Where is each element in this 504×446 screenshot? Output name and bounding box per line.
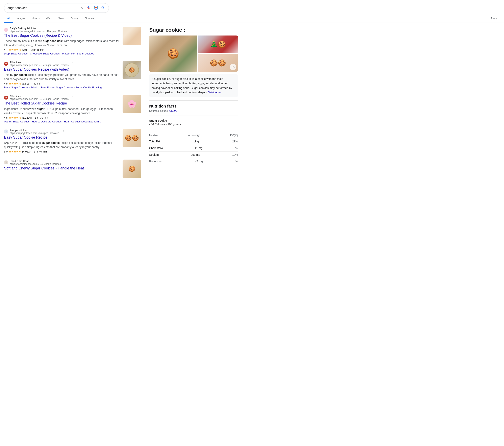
- result-content-4: P Preppy Kitchen https://preppykitchen.c…: [4, 129, 119, 154]
- result-link[interactable]: Basic Sugar Cookies - Tried...: [4, 86, 39, 89]
- nutrition-item-name: Sugar cookie: [149, 119, 238, 122]
- result-snippet-4: Sep 7, 2023 — This is the best sugar coo…: [4, 141, 119, 149]
- favicon-4: P: [4, 130, 8, 133]
- result-link[interactable]: Blue Ribbon Sugar Cookies: [41, 86, 73, 89]
- kp-image-top[interactable]: 🎄🍪: [198, 36, 238, 53]
- nutrition-row: Sodium 291 mg 12%: [149, 151, 238, 158]
- result-source-4: P Preppy Kitchen https://preppykitchen.c…: [4, 129, 119, 134]
- expand-images-button[interactable]: [230, 64, 236, 70]
- result-title-1[interactable]: The Best Sugar Cookies (Recipe & Video): [4, 34, 72, 37]
- usda-link[interactable]: USDA: [169, 109, 177, 112]
- knowledge-panel: Sugar cookie : 🍪 🎄🍪 🍪🍪 A sugar cookie, o…: [149, 27, 238, 184]
- search-input[interactable]: [7, 6, 78, 10]
- result-item: P Preppy Kitchen https://preppykitchen.c…: [4, 129, 141, 154]
- result-image-3: 🌸: [123, 95, 141, 113]
- result-image-2: 🍪: [123, 61, 141, 79]
- favicon-3: ar: [4, 96, 8, 100]
- search-icons: [80, 5, 106, 11]
- result-title-4[interactable]: Easy Sugar Cookie Recipe: [4, 135, 47, 139]
- search-bar[interactable]: [4, 3, 109, 13]
- result-snippet-3: Ingredients · 2 cups white sugar · 1 ½ c…: [4, 107, 119, 115]
- kp-images: 🍪 🎄🍪 🍪🍪: [149, 36, 238, 72]
- kp-image-main[interactable]: 🍪: [149, 36, 197, 72]
- result-title-3[interactable]: The Best Rolled Sugar Cookies Recipe: [4, 101, 67, 105]
- wikipedia-link[interactable]: Wikipedia ›: [208, 91, 222, 94]
- nutrition-row: Total Fat 19 g 29%: [149, 138, 238, 145]
- nutrition-source: Sources include: USDA: [149, 109, 238, 112]
- main-layout: S Sally's Baking Addiction https://sally…: [0, 23, 242, 188]
- result-link[interactable]: Heart Cookies Decorated with...: [64, 120, 101, 123]
- favicon-5: H: [4, 160, 8, 164]
- nutrition-row: Potassium 147 mg 4%: [149, 158, 238, 165]
- site-info-5: Handle the Heat https://handletheheat.co…: [10, 160, 61, 166]
- result-rating-1: 4.7 ★★★★½ (786) · 3 hr 45 min: [4, 48, 119, 51]
- result-menu-1[interactable]: ⋮: [69, 28, 73, 32]
- result-image-1: [123, 27, 141, 45]
- lens-button[interactable]: [93, 5, 99, 11]
- svg-text:P: P: [6, 131, 6, 132]
- kp-title: Sugar cookie :: [149, 27, 238, 33]
- nutrition-divider-2: [149, 129, 238, 129]
- result-link[interactable]: Drop Sugar Cookies: [4, 52, 28, 55]
- clear-button[interactable]: [80, 5, 84, 11]
- nutrition-header: Nutrient Amount(g) DV(%): [149, 132, 238, 138]
- left-column: S Sally's Baking Addiction https://sally…: [4, 27, 141, 184]
- result-link[interactable]: How to Decorate Cookies: [32, 120, 61, 123]
- result-source-3: ar Allrecipes https://www.allrecipes.com…: [4, 95, 119, 100]
- result-link[interactable]: Mary's Sugar Cookies: [4, 120, 30, 123]
- tab-videos[interactable]: Videos: [28, 14, 43, 23]
- result-item: ar Allrecipes https://www.allrecipes.com…: [4, 61, 141, 89]
- result-content-2: ar Allrecipes https://www.allrecipes.com…: [4, 61, 119, 89]
- svg-point-1: [95, 7, 97, 8]
- result-content-1: S Sally's Baking Addiction https://sally…: [4, 27, 119, 55]
- nutrition-section: Nutrition facts Sources include: USDA Su…: [149, 104, 238, 165]
- result-links-1: Drop Sugar Cookies · Chocolate Sugar Coo…: [4, 52, 119, 55]
- tab-all[interactable]: All: [4, 14, 13, 23]
- search-button[interactable]: [101, 5, 106, 11]
- result-source-1: S Sally's Baking Addiction https://sally…: [4, 27, 119, 33]
- tools-button[interactable]: Tools: [487, 14, 500, 23]
- result-source-2: ar Allrecipes https://www.allrecipes.com…: [4, 61, 119, 67]
- result-snippet-1: These are my best cut-out soft sugar coo…: [4, 39, 119, 47]
- result-link[interactable]: Chocolate Sugar Cookies: [30, 52, 60, 55]
- nutrition-title: Nutrition facts: [149, 104, 238, 109]
- stars-4: ★★★★★: [9, 150, 21, 153]
- result-menu-3[interactable]: ⋮: [71, 95, 75, 100]
- svg-text:H: H: [6, 162, 6, 163]
- result-link[interactable]: Watermelon Sugar Cookies: [62, 52, 94, 55]
- tab-web[interactable]: Web: [43, 14, 55, 23]
- tab-images[interactable]: Images: [13, 14, 28, 23]
- nutrition-row: Cholesterol 11 mg 3%: [149, 145, 238, 151]
- tab-books[interactable]: Books: [68, 14, 81, 23]
- result-menu-5[interactable]: ⋮: [63, 160, 67, 165]
- kp-image-bottom[interactable]: 🍪🍪: [198, 54, 238, 72]
- favicon-1: S: [4, 28, 8, 32]
- result-title-2[interactable]: Easy Sugar Cookies Recipe (with Video): [4, 67, 69, 71]
- result-links-3: Mary's Sugar Cookies · How to Decorate C…: [4, 120, 119, 123]
- result-image-5: 🍪: [123, 160, 141, 178]
- tab-news[interactable]: News: [55, 14, 68, 23]
- result-menu-4[interactable]: ⋮: [61, 129, 65, 134]
- voice-search-button[interactable]: [86, 5, 91, 11]
- stars-1: ★★★★½: [9, 48, 21, 51]
- site-info-3: Allrecipes https://www.allrecipes.com › …: [10, 95, 69, 100]
- stars-3: ★★★★½: [9, 116, 21, 119]
- result-rating-4: 5.0 ★★★★★ (4,962) · 2 hr 40 min: [4, 150, 119, 153]
- svg-text:S: S: [6, 29, 6, 30]
- stars-2: ★★★★½: [9, 82, 21, 85]
- result-image-4: 🍪🍪: [123, 129, 141, 147]
- kp-description: A sugar cookie, or sugar biscuit, is a c…: [149, 74, 238, 97]
- result-menu-2[interactable]: ⋮: [71, 61, 75, 66]
- result-item: S Sally's Baking Addiction https://sally…: [4, 27, 141, 55]
- nav-tabs: All Images Videos Web News Books Finance…: [0, 14, 504, 23]
- result-source-5: H Handle the Heat https://handletheheat.…: [4, 160, 119, 166]
- site-name-1: Sally's Baking Addiction https://sallysb…: [10, 27, 67, 33]
- result-item: ar Allrecipes https://www.allrecipes.com…: [4, 95, 141, 123]
- result-rating-2: 4.5 ★★★★½ (8,813) · 30 min: [4, 82, 119, 85]
- result-snippet-2: This sugar cookie recipe uses easy ingre…: [4, 73, 119, 81]
- result-title-5[interactable]: Soft and Chewy Sugar Cookies - Handle th…: [4, 166, 84, 170]
- result-item: H Handle the Heat https://handletheheat.…: [4, 160, 141, 178]
- result-link[interactable]: Sugar Cookie Frosting: [76, 86, 102, 89]
- tab-finance[interactable]: Finance: [81, 14, 97, 23]
- result-links-2: Basic Sugar Cookies - Tried... · Blue Ri…: [4, 86, 119, 89]
